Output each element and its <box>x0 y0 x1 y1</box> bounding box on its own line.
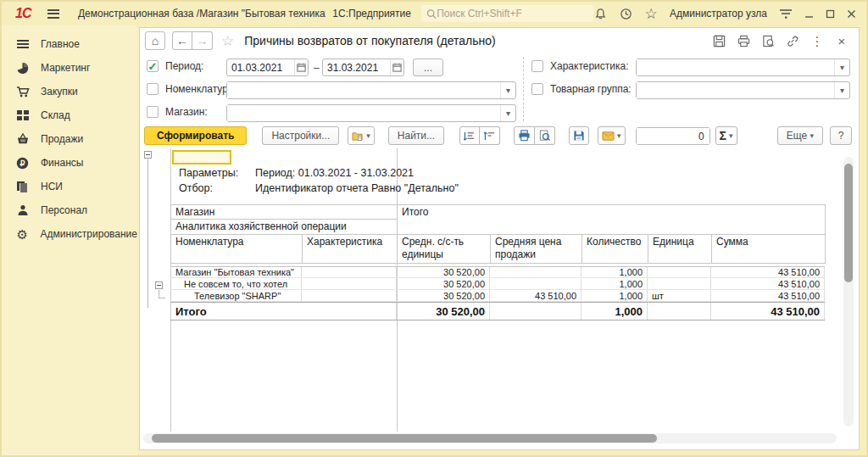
print-icon[interactable] <box>737 34 750 47</box>
calendar-icon[interactable] <box>294 59 308 75</box>
form-close-icon[interactable]: × <box>835 34 849 47</box>
period-from-field[interactable] <box>226 59 309 76</box>
nomenclature-input[interactable] <box>227 82 500 98</box>
cell-sum[interactable]: 43 510,00 <box>711 278 825 289</box>
preview-icon[interactable] <box>761 34 775 47</box>
period-to-field[interactable] <box>322 59 404 76</box>
col-header-sum[interactable]: Сумма <box>711 234 826 264</box>
nomenclature-field[interactable]: ▾ <box>226 81 516 99</box>
cell-characteristic[interactable] <box>302 290 397 301</box>
cell-avg-cost[interactable]: 30 520,00 <box>397 290 490 301</box>
generate-button[interactable]: Сформировать <box>144 126 247 145</box>
favorite-star-icon[interactable]: ☆ <box>221 32 234 50</box>
col-header-characteristic[interactable]: Характеристика <box>302 234 398 264</box>
window-maximize-button[interactable] <box>826 9 835 19</box>
get-link-icon[interactable] <box>786 34 799 47</box>
col-header-qty[interactable]: Количество <box>581 234 648 264</box>
cell-avg-price[interactable]: 43 510,00 <box>490 290 581 301</box>
nomenclature-checkbox[interactable] <box>147 83 159 95</box>
report-total-row[interactable]: Итого 30 520,00 1,000 43 510,00 <box>170 302 825 320</box>
notifications-bell-icon[interactable] <box>593 7 607 20</box>
favorites-star-icon[interactable]: ☆ <box>644 7 658 20</box>
group-collapse-box[interactable] <box>155 281 163 289</box>
sidebar-item-personnel[interactable]: Персонал <box>2 198 137 222</box>
save-icon[interactable] <box>712 34 726 47</box>
sidebar-item-purchases[interactable]: Закупки <box>2 80 137 103</box>
more-button[interactable]: Еще ▾ <box>777 126 823 145</box>
report-spreadsheet[interactable]: Параметры: Период: 01.03.2021 - 31.03.20… <box>142 148 857 445</box>
cell-characteristic[interactable] <box>302 278 397 289</box>
cell-unit[interactable] <box>648 267 711 277</box>
main-menu-icon[interactable] <box>47 9 59 19</box>
cell-qty[interactable]: 1,000 <box>581 278 648 289</box>
cell-avg-price[interactable] <box>490 267 581 277</box>
col-header-avg-price[interactable]: Средняя цена продажи <box>490 234 582 264</box>
cell-unit[interactable] <box>648 278 711 289</box>
sidebar-item-nsi[interactable]: НСИ <box>2 175 137 198</box>
store-input[interactable] <box>227 105 500 121</box>
cell-characteristic[interactable] <box>302 267 397 277</box>
total-avg-cost-cell[interactable]: 30 520,00 <box>397 303 490 320</box>
col-header-avg-cost[interactable]: Средн. с/с-ть единицы <box>397 234 491 264</box>
sidebar-item-finance[interactable]: ₽ Финансы <box>2 151 137 175</box>
back-button[interactable]: ← <box>172 31 192 50</box>
save-result-button[interactable] <box>569 126 589 145</box>
col-header-unit[interactable]: Единица <box>648 234 712 264</box>
chevron-down-icon[interactable]: ▾ <box>500 82 515 98</box>
print-button[interactable] <box>514 126 535 145</box>
more-dots-icon[interactable]: ⋮ <box>810 34 824 47</box>
collapse-groups-button[interactable] <box>480 126 500 145</box>
cell-avg-cost[interactable]: 30 520,00 <box>397 278 490 289</box>
preview-button[interactable] <box>535 126 555 145</box>
period-checkbox[interactable]: ✓ <box>147 60 159 72</box>
horizontal-scrollbar[interactable] <box>143 433 837 443</box>
product-group-field[interactable]: ▾ <box>636 81 850 99</box>
cell-name[interactable]: Не совсем то, что хотел <box>170 278 302 289</box>
help-button[interactable]: ? <box>830 126 852 145</box>
characteristic-checkbox[interactable] <box>531 60 543 72</box>
report-row-store[interactable]: Магазин "Бытовая техника" 30 520,00 1,00… <box>170 266 825 278</box>
chevron-down-icon[interactable]: ▾ <box>834 82 849 98</box>
header-store[interactable]: Магазин <box>170 204 398 220</box>
total-empty-cell[interactable] <box>490 303 581 320</box>
report-filter-row[interactable]: Отбор: Идентификатор отчета Равно "Детал… <box>179 182 213 194</box>
history-clock-icon[interactable] <box>619 7 632 20</box>
period-more-button[interactable]: ... <box>413 59 443 76</box>
group-collapse-box[interactable] <box>144 151 152 159</box>
characteristic-field[interactable]: ▾ <box>636 59 850 76</box>
vertical-scroll-thumb[interactable] <box>844 164 853 282</box>
sidebar-item-main[interactable]: Главное <box>2 32 137 56</box>
cell-name[interactable]: Телевизор "SHARP" <box>170 290 302 301</box>
chevron-down-icon[interactable]: ▾ <box>500 105 515 121</box>
selected-cell[interactable] <box>172 150 231 164</box>
store-checkbox[interactable] <box>147 106 159 118</box>
global-search[interactable] <box>421 5 593 22</box>
cell-qty[interactable]: 1,000 <box>581 267 648 277</box>
find-button[interactable]: Найти... <box>388 126 444 145</box>
header-total[interactable]: Итого <box>397 204 826 235</box>
period-from-input[interactable] <box>227 62 294 74</box>
total-empty-cell[interactable] <box>648 303 711 320</box>
sidebar-item-sales[interactable]: Продажи <box>2 127 137 151</box>
sidebar-item-administration[interactable]: ⚙ Администрирование <box>2 222 137 246</box>
window-close-button[interactable] <box>847 9 856 19</box>
product-group-checkbox[interactable] <box>531 83 543 95</box>
characteristic-input[interactable] <box>637 59 834 75</box>
calendar-icon[interactable] <box>390 59 403 75</box>
connection-quality-icon[interactable] <box>779 7 793 20</box>
cell-avg-price[interactable] <box>490 278 581 289</box>
sidebar-item-marketing[interactable]: Маркетинг <box>2 56 137 80</box>
col-header-nomenclature[interactable]: Номенклатура <box>170 234 303 264</box>
store-field[interactable]: ▾ <box>226 104 516 122</box>
horizontal-scroll-thumb[interactable] <box>152 434 657 443</box>
product-group-input[interactable] <box>637 82 834 98</box>
settings-button[interactable]: Настройки... <box>262 126 339 145</box>
send-email-button[interactable]: ▾ <box>598 126 626 145</box>
current-user-label[interactable]: Администратор узла <box>670 8 767 20</box>
report-row-product[interactable]: Телевизор "SHARP" 30 520,00 43 510,00 1,… <box>170 290 825 302</box>
cell-avg-cost[interactable]: 30 520,00 <box>397 267 490 277</box>
chevron-down-icon[interactable]: ▾ <box>834 59 849 75</box>
window-minimize-button[interactable] <box>804 9 814 19</box>
total-qty-cell[interactable]: 1,000 <box>581 303 648 320</box>
total-sum-cell[interactable]: 43 510,00 <box>711 303 825 320</box>
